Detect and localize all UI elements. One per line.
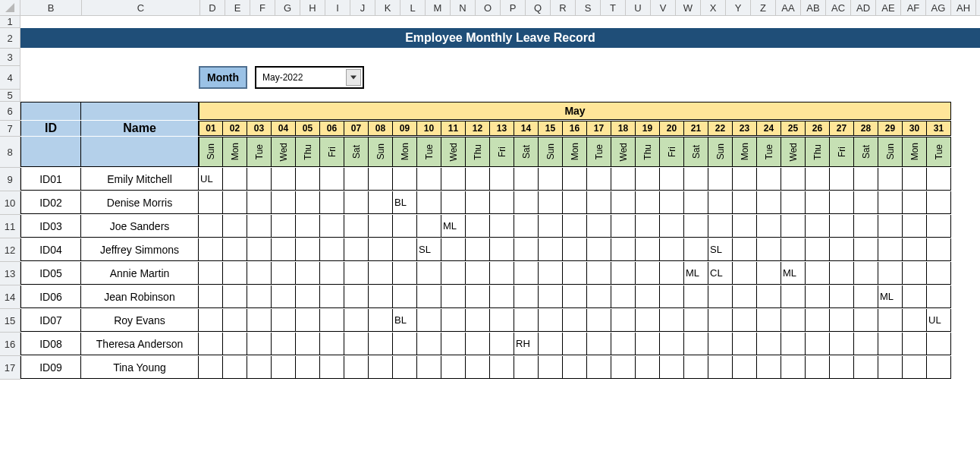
leave-cell[interactable]: [369, 309, 393, 332]
cell[interactable]: [781, 16, 806, 27]
row-header-11[interactable]: 11: [0, 215, 20, 238]
leave-cell[interactable]: [636, 262, 660, 285]
cell[interactable]: [757, 16, 781, 27]
cell[interactable]: [320, 49, 344, 65]
cell[interactable]: [320, 90, 344, 101]
col-header-R[interactable]: R: [551, 0, 576, 15]
leave-cell[interactable]: [878, 191, 903, 214]
leave-cell[interactable]: [247, 215, 272, 238]
leave-cell[interactable]: [563, 333, 587, 355]
leave-cell[interactable]: [611, 356, 636, 379]
leave-cell[interactable]: [854, 168, 878, 191]
cell[interactable]: [854, 90, 878, 101]
col-header-AH[interactable]: AH: [951, 0, 976, 15]
leave-cell[interactable]: [344, 215, 369, 238]
leave-cell[interactable]: [344, 309, 369, 332]
row-header-16[interactable]: 16: [0, 333, 20, 356]
leave-cell[interactable]: [757, 356, 781, 379]
leave-cell[interactable]: [903, 215, 927, 238]
leave-cell[interactable]: [927, 191, 951, 214]
leave-cell[interactable]: SL: [417, 238, 441, 261]
leave-cell[interactable]: [199, 285, 223, 308]
leave-cell[interactable]: [830, 309, 854, 332]
leave-cell[interactable]: [369, 191, 393, 214]
cell[interactable]: [878, 16, 903, 27]
cell[interactable]: [344, 49, 369, 65]
leave-cell[interactable]: [296, 215, 320, 238]
leave-cell[interactable]: [296, 309, 320, 332]
employee-name[interactable]: Roy Evans: [81, 309, 199, 332]
leave-cell[interactable]: [441, 191, 466, 214]
cell[interactable]: [830, 90, 854, 101]
leave-cell[interactable]: [684, 285, 708, 308]
cell[interactable]: [514, 49, 539, 65]
leave-cell[interactable]: [708, 285, 733, 308]
row-header-6[interactable]: 6: [0, 102, 20, 121]
col-header-O[interactable]: O: [476, 0, 501, 15]
leave-cell[interactable]: [539, 333, 563, 355]
cell[interactable]: [757, 90, 781, 101]
col-header-N[interactable]: N: [451, 0, 476, 15]
leave-cell[interactable]: [878, 215, 903, 238]
cell[interactable]: [199, 49, 223, 65]
cell[interactable]: [393, 49, 417, 65]
leave-cell[interactable]: [733, 285, 757, 308]
leave-cell[interactable]: [296, 262, 320, 285]
leave-cell[interactable]: [757, 238, 781, 261]
leave-cell[interactable]: [441, 262, 466, 285]
leave-cell[interactable]: [369, 262, 393, 285]
cell[interactable]: [247, 66, 255, 89]
leave-cell[interactable]: [611, 191, 636, 214]
cell[interactable]: [514, 90, 539, 101]
leave-cell[interactable]: [660, 285, 684, 308]
leave-cell[interactable]: [320, 356, 344, 379]
leave-cell[interactable]: [806, 168, 830, 191]
leave-cell[interactable]: [757, 191, 781, 214]
leave-cell[interactable]: [320, 309, 344, 332]
row-header-10[interactable]: 10: [0, 191, 20, 215]
cell[interactable]: [636, 16, 660, 27]
cell[interactable]: [417, 49, 441, 65]
cell[interactable]: [320, 16, 344, 27]
leave-cell[interactable]: [320, 285, 344, 308]
month-dropdown[interactable]: May-2022: [255, 66, 364, 89]
leave-cell[interactable]: [587, 333, 611, 355]
col-header-U[interactable]: U: [626, 0, 651, 15]
col-header-M[interactable]: M: [426, 0, 451, 15]
leave-cell[interactable]: [223, 309, 247, 332]
leave-cell[interactable]: [587, 309, 611, 332]
leave-cell[interactable]: [684, 215, 708, 238]
cell[interactable]: [344, 90, 369, 101]
leave-cell[interactable]: [684, 356, 708, 379]
employee-name[interactable]: Jean Robinson: [81, 285, 199, 308]
leave-cell[interactable]: [660, 168, 684, 191]
leave-cell[interactable]: [320, 238, 344, 261]
leave-cell[interactable]: [927, 356, 951, 379]
leave-cell[interactable]: [344, 191, 369, 214]
cell[interactable]: [490, 49, 514, 65]
leave-cell[interactable]: [830, 333, 854, 355]
leave-cell[interactable]: [223, 168, 247, 191]
leave-cell[interactable]: [344, 356, 369, 379]
leave-cell[interactable]: [830, 215, 854, 238]
cell[interactable]: [733, 49, 757, 65]
cell[interactable]: [20, 66, 81, 89]
cell[interactable]: [563, 49, 587, 65]
leave-cell[interactable]: BL: [393, 191, 417, 214]
row-header-2[interactable]: 2: [0, 28, 20, 49]
leave-cell[interactable]: [417, 333, 441, 355]
leave-cell[interactable]: [272, 262, 296, 285]
leave-cell[interactable]: [490, 309, 514, 332]
cell[interactable]: [417, 90, 441, 101]
row-header-5[interactable]: 5: [0, 90, 20, 102]
row-header-17[interactable]: 17: [0, 356, 20, 380]
cell[interactable]: [466, 90, 490, 101]
employee-id[interactable]: ID04: [20, 238, 81, 261]
leave-cell[interactable]: [320, 262, 344, 285]
cell[interactable]: [684, 16, 708, 27]
leave-cell[interactable]: [733, 356, 757, 379]
leave-cell[interactable]: [878, 168, 903, 191]
leave-cell[interactable]: [781, 215, 806, 238]
cell[interactable]: [344, 16, 369, 27]
leave-cell[interactable]: [466, 356, 490, 379]
